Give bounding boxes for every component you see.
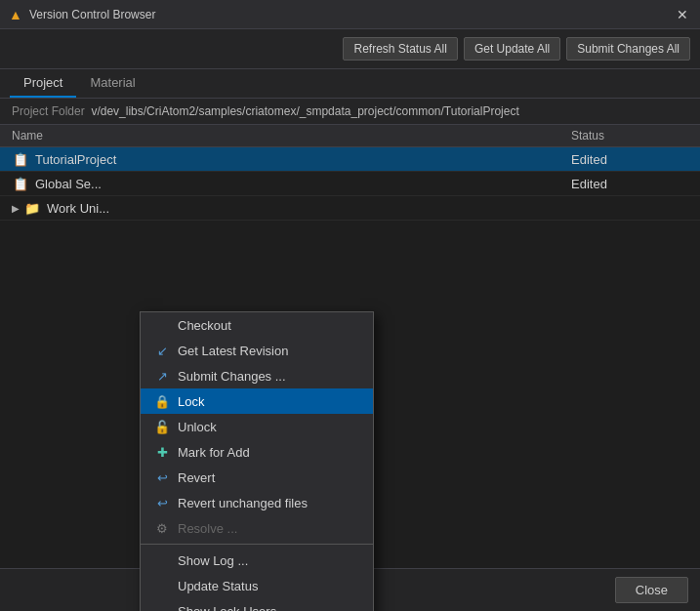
menu-item-revert[interactable]: ↩ Revert <box>141 465 373 490</box>
get-latest-icon: ↙ <box>154 343 170 358</box>
submit-changes-icon: ↗ <box>154 368 170 384</box>
content-area: 📋 TutorialProject Edited 📋 Global Se... … <box>0 147 700 585</box>
show-lock-users-icon <box>154 603 170 611</box>
menu-item-label: Resolve ... <box>178 521 237 536</box>
lock-icon: 🔒 <box>154 393 170 409</box>
menu-item-label: Show Lock Users ... <box>178 604 291 612</box>
submit-changes-all-button[interactable]: Submit Changes All <box>566 37 690 61</box>
menu-divider <box>141 544 373 545</box>
menu-item-label: Revert <box>178 470 215 485</box>
context-menu: Checkout ↙ Get Latest Revision ↗ Submit … <box>140 311 374 611</box>
table-row[interactable]: 📋 Global Se... Edited <box>0 172 700 196</box>
menu-item-label: Unlock <box>178 420 217 434</box>
menu-item-resolve: ⚙ Resolve ... <box>141 515 373 541</box>
update-status-icon <box>154 578 170 593</box>
file-status: Edited <box>571 177 688 191</box>
menu-item-lock[interactable]: 🔒 Lock <box>141 388 373 414</box>
table-header: Name Status <box>0 125 700 147</box>
close-button[interactable]: Close <box>615 577 688 603</box>
file-name: Work Uni... <box>47 201 571 216</box>
project-folder-label: Project Folder <box>12 104 85 118</box>
tab-bar: Project Material <box>0 69 700 99</box>
table-row[interactable]: 📋 TutorialProject Edited <box>0 147 700 172</box>
project-folder-value: v/dev_libs/CriAtom2/samples/criatomex/_s… <box>91 104 518 118</box>
menu-item-label: Checkout <box>178 318 231 333</box>
folder-icon: 📁 <box>23 199 41 217</box>
project-file-icon: 📋 <box>12 150 29 168</box>
get-update-all-button[interactable]: Get Update All <box>464 37 560 61</box>
file-status: Edited <box>571 152 688 167</box>
menu-item-revert-unchanged[interactable]: ↩ Revert unchanged files <box>141 490 373 515</box>
settings-file-icon: 📋 <box>12 175 29 192</box>
mark-for-add-icon: ✚ <box>154 444 170 460</box>
menu-item-submit-changes[interactable]: ↗ Submit Changes ... <box>141 363 373 388</box>
file-table: 📋 TutorialProject Edited 📋 Global Se... … <box>0 147 700 221</box>
title-bar: ▲ Version Control Browser ✕ <box>0 0 700 29</box>
menu-item-label: Revert unchanged files <box>178 496 308 510</box>
column-status-header: Status <box>571 129 688 143</box>
menu-item-show-log[interactable]: Show Log ... <box>141 548 373 573</box>
menu-item-label: Submit Changes ... <box>178 369 286 384</box>
project-folder-path: Project Folder v/dev_libs/CriAtom2/sampl… <box>0 99 700 125</box>
menu-item-unlock[interactable]: 🔓 Unlock <box>141 414 373 439</box>
show-log-icon <box>154 552 170 568</box>
resolve-icon: ⚙ <box>154 520 170 536</box>
menu-item-mark-for-add[interactable]: ✚ Mark for Add <box>141 439 373 465</box>
table-row[interactable]: ▶ 📁 Work Uni... <box>0 196 700 221</box>
menu-item-show-lock-users[interactable]: Show Lock Users ... <box>141 598 373 611</box>
file-name: Global Se... <box>35 177 571 191</box>
tab-material[interactable]: Material <box>76 69 148 98</box>
menu-item-label: Update Status <box>178 579 258 593</box>
menu-item-label: Show Log ... <box>178 553 248 568</box>
menu-item-label: Lock <box>178 394 204 409</box>
window-close-button[interactable]: ✕ <box>673 5 692 24</box>
menu-item-update-status[interactable]: Update Status <box>141 573 373 598</box>
app-icon: ▲ <box>8 7 23 22</box>
menu-item-checkout[interactable]: Checkout <box>141 312 373 338</box>
checkout-icon <box>154 317 170 333</box>
file-name: TutorialProject <box>35 152 571 167</box>
expand-icon: ▶ <box>12 203 20 214</box>
menu-item-label: Get Latest Revision <box>178 344 288 358</box>
revert-unchanged-icon: ↩ <box>154 495 170 510</box>
tab-project[interactable]: Project <box>10 69 76 98</box>
toolbar: Refresh Status All Get Update All Submit… <box>0 29 700 69</box>
menu-item-get-latest[interactable]: ↙ Get Latest Revision <box>141 338 373 363</box>
menu-item-label: Mark for Add <box>178 445 250 460</box>
refresh-status-all-button[interactable]: Refresh Status All <box>343 37 457 61</box>
window-title: Version Control Browser <box>29 8 673 21</box>
revert-icon: ↩ <box>154 469 170 485</box>
unlock-icon: 🔓 <box>154 419 170 434</box>
column-name-header: Name <box>12 129 571 143</box>
